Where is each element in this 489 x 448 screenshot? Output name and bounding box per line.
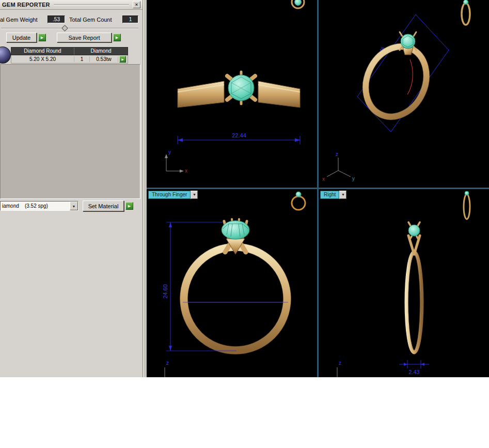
set-material-run-button[interactable]: ▶ <box>125 202 133 210</box>
ring-profile-icon[interactable] <box>464 191 470 219</box>
ring-profile-icon[interactable] <box>462 0 470 25</box>
viewport-label-right[interactable]: Right ▼ <box>320 191 346 199</box>
viewport-label-through-finger[interactable]: Through Finger ▼ <box>148 191 198 199</box>
slider-groove <box>1 28 138 29</box>
gem-count-cell: 1 <box>74 56 90 62</box>
viewport-through-finger[interactable]: Through Finger ▼ <box>147 189 317 377</box>
close-icon[interactable]: × <box>133 1 140 8</box>
gem-table-row[interactable]: 5.20 X 5.20 1 0.53tw ▶ <box>11 55 128 64</box>
svg-text:y: y <box>352 176 355 181</box>
axis-indicator: z y x <box>322 151 355 182</box>
ring-front-icon[interactable] <box>292 192 305 210</box>
viewport-right-view[interactable]: Right ▼ <box>319 189 489 377</box>
svg-text:z: z <box>339 360 341 366</box>
col-header-material: Diamond <box>74 48 128 55</box>
update-button[interactable]: Update <box>6 33 37 42</box>
viewport-canvas-side[interactable]: 2.43 z <box>319 189 489 377</box>
matrix-app-window: GEM REPORTER × al Gem Weight Total Gem C… <box>0 0 489 448</box>
svg-text:x: x <box>185 168 187 174</box>
viewport-canvas-front[interactable]: 24.60 z <box>147 189 317 377</box>
gem-weight-slider[interactable] <box>1 25 138 32</box>
slider-thumb[interactable] <box>61 25 68 32</box>
save-report-button[interactable]: Save Report <box>57 33 112 42</box>
svg-text:2.43: 2.43 <box>408 369 419 375</box>
gem-reporter-panel: GEM REPORTER × al Gem Weight Total Gem C… <box>0 0 143 377</box>
ring-top-view <box>178 72 300 107</box>
chevron-down-icon[interactable]: ▼ <box>191 191 198 199</box>
axis-indicator: z <box>337 360 341 377</box>
chevron-down-icon[interactable]: ▼ <box>70 202 78 210</box>
svg-text:z: z <box>336 151 338 157</box>
set-material-button[interactable]: Set Material <box>83 200 124 211</box>
gem-weight-cell: 0.53tw <box>90 56 118 62</box>
gem-stone <box>222 221 249 239</box>
col-header-shape: Diamond Round <box>11 48 74 55</box>
total-count-label: Total Gem Count <box>69 17 112 23</box>
viewport-canvas-top[interactable]: 22.44 y x <box>147 0 317 188</box>
total-count-value[interactable] <box>122 16 138 23</box>
chevron-down-icon[interactable]: ▼ <box>339 191 346 199</box>
axis-indicator: y x <box>165 149 187 174</box>
svg-text:22.44: 22.44 <box>232 132 246 138</box>
gem-row-run-button[interactable]: ▶ <box>119 56 126 63</box>
svg-text:y: y <box>168 149 171 155</box>
svg-text:x: x <box>322 176 325 182</box>
material-value: iamond (3.52 spg) <box>1 202 70 210</box>
ring-side-view <box>406 222 422 352</box>
ring-perspective <box>351 32 442 131</box>
save-report-run-button[interactable]: ▶ <box>113 34 121 41</box>
rail-curve <box>407 59 413 95</box>
gem-table: Diamond Round Diamond 5.20 X 5.20 1 0.53… <box>0 47 128 64</box>
update-run-button[interactable]: ▶ <box>38 34 46 41</box>
titlebar-groove <box>54 4 129 5</box>
viewport-top-view[interactable]: 22.44 y x <box>147 0 317 188</box>
panel-titlebar[interactable]: GEM REPORTER × <box>0 0 143 10</box>
gem-size-cell: 5.20 X 5.20 <box>11 56 74 62</box>
gem-thumbnail[interactable] <box>0 47 11 64</box>
material-dropdown[interactable]: iamond (3.52 spg) ▼ <box>0 201 78 211</box>
dimension-width: 22.44 <box>178 132 300 144</box>
gem-top-icon[interactable] <box>292 0 304 8</box>
total-weight-label: al Gem Weight <box>0 17 38 23</box>
svg-text:z: z <box>166 360 169 366</box>
viewport-label-text[interactable]: Right <box>320 191 339 199</box>
dimension-thickness: 2.43 <box>399 360 429 375</box>
viewport-perspective-view[interactable]: 22.46 <box>319 0 489 188</box>
total-weight-value[interactable] <box>48 16 65 23</box>
axis-indicator: z <box>165 360 169 377</box>
viewport-grid: 22.44 y x <box>147 0 489 377</box>
gem-list-area[interactable] <box>0 64 140 199</box>
gem-table-header: Diamond Round Diamond <box>11 47 128 55</box>
panel-title: GEM REPORTER <box>2 2 50 8</box>
ring-front-view <box>180 219 291 354</box>
viewport-canvas-perspective[interactable]: 22.46 <box>319 0 489 188</box>
gem-stone <box>408 225 420 236</box>
viewport-label-text[interactable]: Through Finger <box>148 191 191 199</box>
svg-text:24.60: 24.60 <box>162 284 168 299</box>
